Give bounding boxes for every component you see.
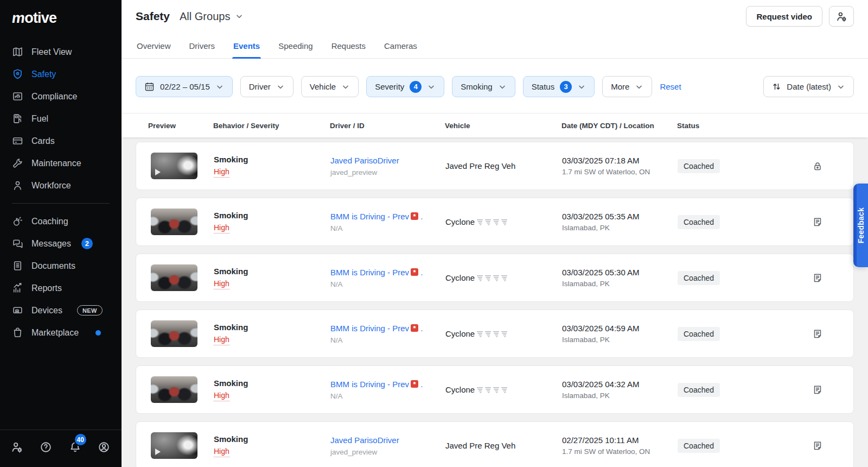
behavior-label: Smoking: [214, 155, 330, 164]
tab-cameras[interactable]: Cameras: [383, 36, 418, 58]
sidebar-item-documents[interactable]: Documents: [0, 255, 122, 277]
filter-chip-label: Severity: [375, 82, 404, 91]
sidebar-item-devices[interactable]: Devices NEW: [0, 299, 122, 321]
tab-requests[interactable]: Requests: [330, 36, 367, 58]
column-header-status: Status: [677, 122, 868, 130]
event-date: 03/03/2025 05:30 AM: [562, 268, 678, 277]
sidebar-item-compliance[interactable]: Compliance: [0, 85, 122, 108]
event-thumbnail[interactable]: [151, 264, 197, 291]
status-cell: Coached: [678, 439, 853, 453]
severity-label: High: [214, 223, 229, 234]
vehicle-name: Cyclone: [445, 385, 475, 394]
sidebar-item-reports[interactable]: Reports: [0, 277, 122, 299]
note-icon[interactable]: [812, 217, 823, 228]
notification-count-badge: 40: [74, 433, 87, 446]
document-icon: [12, 260, 23, 272]
notifications-bell-icon[interactable]: 40: [69, 441, 82, 454]
status-filter[interactable]: Status 3: [523, 76, 595, 97]
sidebar-item-fuel[interactable]: Fuel: [0, 108, 122, 130]
map-icon: [12, 46, 23, 58]
driver-link[interactable]: Javed ParisoDriver: [330, 436, 399, 445]
note-icon[interactable]: [812, 329, 823, 339]
vehicle-cell: Cyclone: [445, 329, 562, 338]
severity-label: High: [214, 447, 229, 457]
sidebar-item-messages[interactable]: Messages 2: [0, 232, 122, 255]
account-profile-icon[interactable]: [98, 441, 111, 454]
driver-cell: BMM is Driving - Prev* . N/A: [330, 212, 445, 232]
severity-filter[interactable]: Severity 4: [366, 76, 444, 97]
reset-filters-link[interactable]: Reset: [660, 82, 681, 91]
motive-logo: motive: [0, 0, 122, 30]
sidebar-item-label: Safety: [31, 70, 56, 79]
sort-value: Date (latest): [787, 82, 831, 91]
tab-events[interactable]: Events: [232, 36, 261, 58]
feedback-tab[interactable]: Feedback: [853, 184, 868, 267]
driver-link[interactable]: BMM is Driving - Prev* .: [330, 268, 423, 277]
driver-filter[interactable]: Driver: [240, 76, 293, 97]
table-row[interactable]: Smoking High BMM is Driving - Prev* . N/…: [136, 310, 854, 358]
tab-overview[interactable]: Overview: [136, 36, 172, 58]
filter-bar: 02/22 – 05/15 Driver Vehicle Severity 4 …: [122, 59, 868, 113]
table-row[interactable]: Smoking High BMM is Driving - Prev* . N/…: [136, 254, 854, 302]
tab-speeding[interactable]: Speeding: [277, 36, 314, 58]
note-icon[interactable]: [812, 440, 823, 451]
sidebar-item-coaching[interactable]: Coaching: [0, 210, 122, 232]
tab-bar: OverviewDriversEventsSpeedingRequestsCam…: [122, 36, 868, 59]
bag-icon: [12, 327, 23, 338]
chevron-down-icon: [215, 83, 224, 91]
event-thumbnail[interactable]: [151, 320, 197, 347]
note-icon[interactable]: [812, 384, 823, 395]
vehicle-filter[interactable]: Vehicle: [301, 76, 359, 97]
vehicle-cell: Javed Pre Reg Veh: [445, 161, 562, 171]
table-row[interactable]: Smoking High Javed ParisoDriver javed_pr…: [136, 421, 854, 467]
event-thumbnail[interactable]: [151, 153, 197, 179]
note-icon[interactable]: [812, 273, 823, 283]
more-filter[interactable]: More: [602, 76, 652, 97]
driver-id: javed_preview: [330, 168, 445, 176]
sidebar-item-fleet-view[interactable]: Fleet View: [0, 41, 122, 63]
event-location: Islamabad, PK: [562, 392, 678, 400]
admin-user-gear-icon[interactable]: [11, 441, 24, 454]
event-thumbnail[interactable]: [151, 432, 197, 459]
sidebar-item-label: Marketplace: [31, 328, 79, 338]
tab-label: Drivers: [189, 41, 215, 51]
device-icon: [12, 305, 23, 316]
table-row[interactable]: Smoking High BMM is Driving - Prev* . N/…: [136, 198, 854, 246]
chat-icon: [12, 238, 23, 249]
event-thumbnail[interactable]: [151, 376, 197, 403]
table-header: Preview Behavior / Severity Driver / ID …: [122, 113, 868, 137]
group-filter-dropdown[interactable]: All Groups: [180, 10, 244, 23]
status-badge: Coached: [678, 439, 720, 453]
calendar-icon: [144, 81, 155, 92]
event-date: 03/03/2025 04:59 AM: [562, 324, 678, 333]
driver-link[interactable]: BMM is Driving - Prev* .: [330, 324, 423, 333]
sort-dropdown[interactable]: Date (latest): [763, 76, 854, 97]
filter-chip-label: More: [611, 82, 629, 91]
wrench-icon: [12, 157, 23, 169]
vehicle-name: Javed Pre Reg Veh: [445, 161, 515, 171]
event-thumbnail[interactable]: [151, 209, 197, 235]
driver-link[interactable]: Javed ParisoDriver: [330, 156, 399, 165]
user-gear-button[interactable]: [829, 6, 854, 27]
vehicle-cell: Cyclone: [445, 385, 562, 394]
sidebar-item-maintenance[interactable]: Maintenance: [0, 152, 122, 174]
help-icon[interactable]: [40, 441, 53, 454]
vehicle-cell: Cyclone: [445, 217, 562, 226]
status-cell: Coached: [678, 383, 853, 397]
sidebar-item-label: Compliance: [31, 92, 77, 102]
sidebar-item-cards[interactable]: Cards: [0, 130, 122, 152]
table-row[interactable]: Smoking High BMM is Driving - Prev* . N/…: [136, 365, 854, 414]
smoking-filter[interactable]: Smoking: [452, 76, 515, 97]
filter-chip-label: Vehicle: [310, 82, 336, 91]
sidebar-item-label: Devices: [31, 306, 62, 315]
tab-drivers[interactable]: Drivers: [188, 36, 216, 58]
sidebar-item-marketplace[interactable]: Marketplace: [0, 321, 122, 344]
date-cell: 03/03/2025 04:32 AM Islamabad, PK: [562, 380, 678, 400]
driver-link[interactable]: BMM is Driving - Prev* .: [330, 212, 423, 221]
driver-link[interactable]: BMM is Driving - Prev* .: [330, 380, 423, 389]
request-video-button[interactable]: Request video: [746, 6, 822, 27]
sidebar-item-safety[interactable]: Safety: [0, 63, 122, 85]
table-row[interactable]: Smoking High Javed ParisoDriver javed_pr…: [136, 142, 854, 190]
sidebar-item-workforce[interactable]: Workforce: [0, 174, 122, 197]
date-range-filter[interactable]: 02/22 – 05/15: [136, 76, 233, 97]
